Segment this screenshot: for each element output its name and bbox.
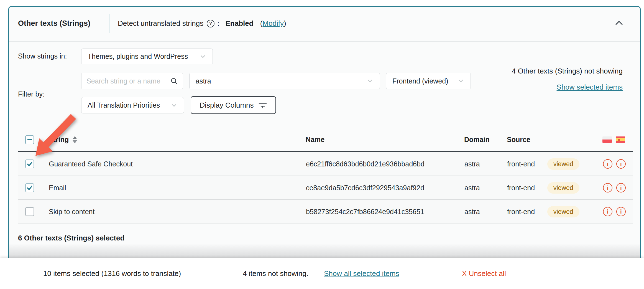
select-all-checkbox[interactable] [25, 135, 34, 144]
string-cell: Skip to content [49, 200, 94, 224]
filter-by-label: Filter by: [18, 90, 45, 98]
detect-status-value: Enabled [226, 19, 254, 28]
viewed-badge: viewed [547, 206, 579, 217]
strings-translation-screen: Other texts (Strings) Detect untranslate… [0, 0, 644, 289]
poland-flag-icon [602, 136, 612, 143]
show-strings-in-dropdown[interactable]: Themes, plugins and WordPress [81, 49, 213, 64]
language-flags [602, 128, 625, 151]
source-cell: front-end [507, 152, 535, 176]
items-selected-text: 10 items selected (1316 words to transla… [43, 258, 181, 289]
modify-group: (Modify) [260, 19, 286, 28]
row-checkbox[interactable] [25, 207, 34, 216]
search-input[interactable] [86, 77, 170, 85]
translation-info-icon[interactable]: i [616, 183, 626, 192]
not-showing-text: 4 Other texts (Strings) not showing [501, 65, 623, 77]
priority-dropdown-value: All Translation Priorities [88, 101, 160, 109]
table-row: Guaranteed Safe Checkout e6c21ff6c8d63bd… [18, 152, 633, 176]
sort-desc-arrow [73, 140, 77, 143]
show-selected-items-link[interactable]: Show selected items [557, 81, 623, 93]
chevron-down-icon [457, 77, 464, 85]
scroll-fade-overlay [9, 244, 640, 258]
viewed-badge: viewed [547, 158, 579, 170]
display-columns-label: Display Columns [200, 101, 254, 110]
help-icon[interactable]: ? [207, 20, 214, 27]
indeterminate-dash [27, 139, 32, 140]
panel-header: Other texts (Strings) Detect untranslate… [9, 7, 640, 41]
string-cell: Email [49, 176, 66, 200]
unselect-all-button[interactable]: X Unselect all [462, 269, 506, 278]
context-dropdown[interactable]: Frontend (viewed) [386, 73, 471, 89]
viewed-badge: viewed [547, 182, 579, 194]
checkmark-icon [26, 160, 33, 168]
checkmark-icon [26, 184, 33, 191]
table-header: String Name Domain Source [18, 128, 633, 151]
chevron-down-icon [170, 102, 178, 109]
column-header-string-label: String [49, 136, 69, 144]
modify-paren-close: ) [284, 19, 286, 27]
row-checkbox[interactable] [25, 183, 34, 192]
domain-cell: astra [464, 200, 480, 224]
table-row: Skip to content b58273f254c2c7fb86624e9d… [18, 200, 633, 224]
selected-summary: 6 Other texts (Strings) selected [18, 234, 124, 242]
column-header-source: Source [507, 128, 530, 151]
modify-link[interactable]: Modify [262, 19, 284, 27]
header-bottom-divider [9, 41, 640, 42]
priority-dropdown[interactable]: All Translation Priorities [81, 97, 184, 113]
page-title: Other texts (Strings) [18, 19, 90, 28]
filter-columns-icon [258, 101, 267, 109]
translation-info-icon[interactable]: i [603, 207, 612, 216]
show-strings-in-label: Show strings in: [18, 52, 67, 60]
column-header-string[interactable]: String [49, 128, 77, 151]
translation-info-icon[interactable]: i [603, 159, 612, 169]
column-header-name: Name [306, 128, 324, 151]
name-cell: e6c21ff6c8d63bd6b0d21e936bbad6bd [306, 152, 425, 176]
table-body: Guaranteed Safe Checkout e6c21ff6c8d63bd… [18, 152, 633, 224]
show-all-selected-link[interactable]: Show all selected items [324, 269, 399, 278]
translation-info-icon[interactable]: i [616, 207, 626, 216]
domain-cell: astra [464, 152, 480, 176]
sort-asc-arrow [73, 136, 77, 139]
string-cell: Guaranteed Safe Checkout [49, 152, 133, 176]
display-columns-button[interactable]: Display Columns [191, 96, 276, 114]
translation-info-icon[interactable]: i [616, 159, 626, 169]
header-divider [109, 14, 109, 33]
not-showing-block: 4 Other texts (Strings) not showing Show… [501, 65, 623, 93]
domain-cell: astra [464, 176, 480, 200]
domain-dropdown[interactable]: astra [189, 73, 380, 89]
translation-info-icon[interactable]: i [603, 183, 612, 192]
chevron-down-icon [366, 77, 374, 85]
items-not-showing-text: 4 items not showing. [243, 258, 308, 289]
source-cell: front-end [507, 176, 535, 200]
source-cell: front-end [507, 200, 535, 224]
column-header-domain: Domain [464, 128, 490, 151]
name-cell: b58273f254c2c7fb86624e9d41c35651 [306, 200, 424, 224]
show-strings-in-value: Themes, plugins and WordPress [88, 52, 188, 60]
table-row: Email ce8ae9da5b7cd6c3df2929543a9af92d a… [18, 176, 633, 200]
detect-strings-label: Detect untranslated strings [118, 19, 203, 28]
domain-dropdown-value: astra [196, 77, 211, 85]
name-cell: ce8ae9da5b7cd6c3df2929543a9af92d [306, 176, 424, 200]
search-icon[interactable] [170, 77, 178, 85]
sort-icon[interactable] [73, 136, 77, 143]
other-texts-panel: Other texts (Strings) Detect untranslate… [8, 6, 641, 258]
detect-strings-setting: Detect untranslated strings ? : Enabled … [118, 19, 286, 28]
row-checkbox[interactable] [25, 159, 34, 168]
search-box [81, 73, 183, 89]
translation-basket-footer: A 10 items selected (1316 words to trans… [0, 258, 644, 289]
context-dropdown-value: Frontend (viewed) [392, 77, 448, 85]
spain-flag-icon [616, 136, 625, 143]
chevron-down-icon [199, 53, 206, 60]
detect-colon: : [217, 19, 219, 28]
chevron-up-icon[interactable] [615, 20, 623, 26]
